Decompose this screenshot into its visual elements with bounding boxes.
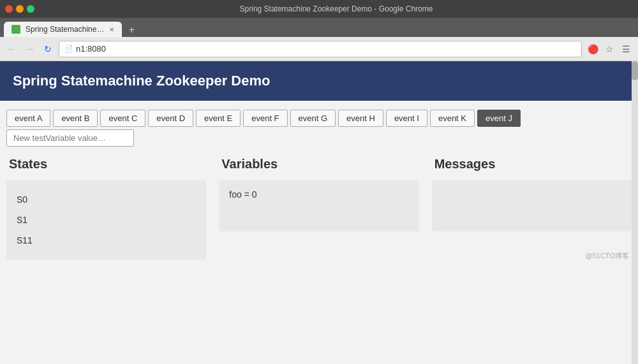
bookmark-icon[interactable]: ☆ [602,42,616,56]
window-title: Spring Statemachine Zookeeper Demo - Goo… [40,4,633,13]
minimize-button[interactable] [16,5,24,13]
event-j-button[interactable]: event J [477,110,521,127]
maximize-button[interactable] [27,5,34,13]
test-variable-input[interactable] [6,129,134,147]
close-button[interactable] [5,5,13,13]
url-text: n1:8080 [76,44,106,54]
event-i-button[interactable]: event I [386,110,427,127]
tab-label: Spring Statemachine… [26,25,104,34]
event-g-button[interactable]: event G [290,110,336,127]
states-title: States [6,157,206,171]
page-icon: 📄 [64,45,73,53]
event-b-button[interactable]: event B [53,110,98,127]
new-tab-button[interactable]: + [124,23,138,37]
variables-column: Variables foo = 0 [219,157,419,259]
state-s11: S11 [17,230,196,251]
active-tab[interactable]: Spring Statemachine… ✕ [4,22,122,37]
event-f-button[interactable]: event F [243,110,287,127]
states-content: S0 S1 S11 [6,180,206,259]
variables-title: Variables [219,157,419,171]
forward-button[interactable]: → [23,42,37,56]
tab-favicon [11,25,20,34]
window-controls[interactable] [5,5,34,13]
events-row: event A event B event C event D event E … [0,101,638,150]
event-e-button[interactable]: event E [196,110,241,127]
watermark: @51CTO博客 [586,251,629,261]
address-bar: ← → ↻ 📄 n1:8080 🔴 ☆ ☰ [0,37,638,61]
app-title: Spring Statemachine Zookeeper Demo [13,73,270,89]
event-k-button[interactable]: event K [430,110,475,127]
variables-content: foo = 0 [219,180,419,231]
state-s1: S1 [17,210,196,230]
back-button[interactable]: ← [5,42,19,56]
messages-title: Messages [432,157,632,171]
title-bar: Spring Statemachine Zookeeper Demo - Goo… [0,0,638,18]
event-d-button[interactable]: event D [148,110,193,127]
app-header: Spring Statemachine Zookeeper Demo [0,61,638,101]
event-c-button[interactable]: event C [100,110,145,127]
messages-content [432,180,632,231]
menu-icon[interactable]: ☰ [619,42,633,56]
tab-bar: Spring Statemachine… ✕ + [0,18,638,37]
scrollbar-thumb[interactable] [632,61,638,80]
variable-foo: foo = 0 [229,189,408,200]
tab-close-button[interactable]: ✕ [109,26,114,33]
scrollbar[interactable] [632,61,638,364]
event-a-button[interactable]: event A [6,110,50,127]
toolbar-icons: 🔴 ☆ ☰ [586,42,633,56]
state-s0: S0 [17,189,196,210]
refresh-button[interactable]: ↻ [41,42,55,56]
main-columns: States S0 S1 S11 Variables foo = 0 Messa… [0,150,638,266]
messages-column: Messages [432,157,632,259]
states-column: States S0 S1 S11 [6,157,206,259]
event-h-button[interactable]: event H [338,110,383,127]
extensions-icon[interactable]: 🔴 [586,42,600,56]
address-input[interactable]: 📄 n1:8080 [59,41,582,57]
